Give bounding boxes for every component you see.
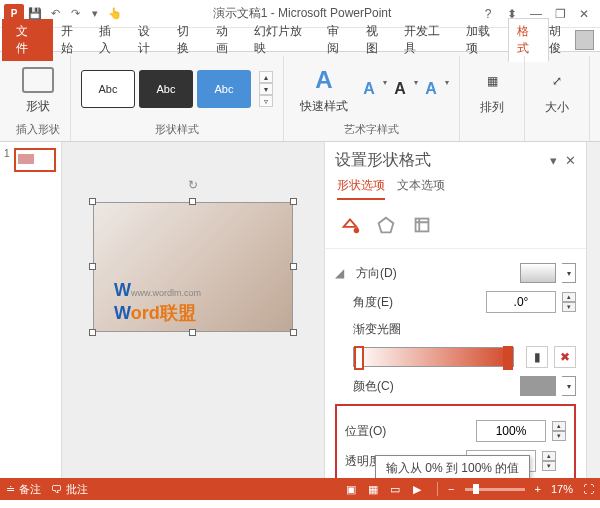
text-outline-icon[interactable]: A: [389, 78, 411, 100]
position-input[interactable]: [476, 420, 546, 442]
size-properties-icon[interactable]: [409, 212, 435, 238]
format-shape-pane: 设置形状格式 ▾ ✕ 形状选项 文本选项 ◢ 方向(D) ▾: [324, 142, 586, 478]
tab-shape-options[interactable]: 形状选项: [337, 177, 385, 200]
close-icon[interactable]: ✕: [576, 6, 592, 22]
zoom-slider[interactable]: [465, 488, 525, 491]
resize-handle[interactable]: [290, 263, 297, 270]
vertical-scrollbar[interactable]: [586, 142, 600, 478]
sorter-view-icon[interactable]: ▦: [363, 481, 383, 497]
image-placeholder[interactable]: Wwww.wordlm.com Word联盟: [93, 202, 293, 332]
collapse-icon[interactable]: ◢: [335, 266, 344, 280]
chevron-down-icon[interactable]: ▾: [383, 78, 387, 100]
remove-stop-icon[interactable]: ✖: [554, 346, 576, 368]
direction-label: 方向(D): [356, 265, 428, 282]
angle-label: 角度(E): [353, 294, 425, 311]
chevron-down-icon[interactable]: ▾: [414, 78, 418, 100]
tab-slideshow[interactable]: 幻灯片放映: [246, 19, 319, 61]
tooltip: 输入从 0% 到 100% 的值: [375, 455, 530, 478]
pane-close-icon[interactable]: ✕: [565, 153, 576, 168]
resize-handle[interactable]: [189, 198, 196, 205]
zoom-out-icon[interactable]: −: [448, 483, 454, 495]
slide-thumbnail[interactable]: 1: [4, 148, 57, 172]
spin-down-icon[interactable]: ▾: [562, 302, 576, 312]
gradient-stop[interactable]: [503, 346, 513, 370]
text-effects-icon[interactable]: A: [420, 78, 442, 100]
add-stop-icon[interactable]: ▮: [526, 346, 548, 368]
fill-line-icon[interactable]: [337, 212, 363, 238]
text-fill-icon[interactable]: A: [358, 78, 380, 100]
resize-handle[interactable]: [290, 329, 297, 336]
resize-handle[interactable]: [89, 263, 96, 270]
spin-up-icon[interactable]: ▴: [542, 451, 556, 461]
color-swatch[interactable]: [520, 376, 556, 396]
style-gallery-arrows: ▴ ▾ ▿: [259, 71, 273, 107]
tab-text-options[interactable]: 文本选项: [397, 177, 445, 200]
tab-design[interactable]: 设计: [130, 19, 169, 61]
spin-up-icon[interactable]: ▴: [562, 292, 576, 302]
slideshow-view-icon[interactable]: ▶: [407, 481, 427, 497]
fit-window-icon[interactable]: ⛶: [583, 483, 594, 495]
gallery-more-icon[interactable]: ▿: [259, 95, 273, 107]
resize-handle[interactable]: [89, 329, 96, 336]
main-area: 1 Wwww.wordlm.com Word联盟 设置形状格式: [0, 142, 600, 478]
svg-rect-2: [416, 219, 429, 232]
gallery-up-icon[interactable]: ▴: [259, 71, 273, 83]
gradient-stop[interactable]: [354, 346, 364, 370]
gallery-down-icon[interactable]: ▾: [259, 83, 273, 95]
tab-home[interactable]: 开始: [53, 19, 92, 61]
angle-input[interactable]: [486, 291, 556, 313]
tab-transition[interactable]: 切换: [169, 19, 208, 61]
comments-button[interactable]: 🗨 批注: [51, 482, 88, 497]
spin-up-icon[interactable]: ▴: [552, 421, 566, 431]
quick-styles-label: 快速样式: [300, 98, 348, 115]
arrange-button[interactable]: ▦ 排列: [470, 61, 514, 120]
resize-handle[interactable]: [290, 198, 297, 205]
svg-marker-1: [379, 218, 394, 233]
zoom-level[interactable]: 17%: [551, 483, 573, 495]
avatar[interactable]: [575, 30, 594, 50]
shapes-icon: [22, 67, 54, 93]
direction-swatch[interactable]: [520, 263, 556, 283]
resize-handle[interactable]: [89, 198, 96, 205]
chevron-down-icon[interactable]: ▾: [562, 376, 576, 396]
zoom-in-icon[interactable]: +: [535, 483, 541, 495]
slide-preview: [14, 148, 56, 172]
chevron-down-icon[interactable]: ▾: [562, 263, 576, 283]
restore-icon[interactable]: ❐: [552, 6, 568, 22]
quick-styles-button[interactable]: A 快速样式: [294, 60, 354, 119]
shapes-button[interactable]: 形状: [16, 60, 60, 119]
size-icon: ⤢: [541, 65, 573, 97]
effects-icon[interactable]: [373, 212, 399, 238]
user-area[interactable]: 胡俊: [549, 23, 598, 57]
zoom-thumb[interactable]: [473, 484, 479, 494]
gradient-stops-label: 渐变光圈: [353, 321, 425, 338]
normal-view-icon[interactable]: ▣: [341, 481, 361, 497]
style-sample-1[interactable]: Abc: [81, 70, 135, 108]
resize-handle[interactable]: [189, 329, 196, 336]
slide-number: 1: [4, 148, 10, 172]
ribbon-tabs: 文件 开始 插入 设计 切换 动画 幻灯片放映 审阅 视图 开发工具 加载项 格…: [0, 28, 600, 52]
tab-addins[interactable]: 加载项: [458, 19, 508, 61]
style-sample-2[interactable]: Abc: [139, 70, 193, 108]
chevron-down-icon[interactable]: ▾: [445, 78, 449, 100]
style-sample-3[interactable]: Abc: [197, 70, 251, 108]
tab-developer[interactable]: 开发工具: [396, 19, 457, 61]
tab-review[interactable]: 审阅: [319, 19, 358, 61]
spin-down-icon[interactable]: ▾: [552, 431, 566, 441]
size-label: 大小: [545, 99, 569, 116]
gradient-bar[interactable]: [353, 347, 514, 367]
arrange-icon: ▦: [476, 65, 508, 97]
ribbon: 形状 插入形状 Abc Abc Abc ▴ ▾ ▿ 形状样式 A 快速样式 A▾…: [0, 52, 600, 142]
tab-animation[interactable]: 动画: [208, 19, 247, 61]
selected-shape[interactable]: Wwww.wordlm.com Word联盟: [93, 202, 293, 332]
slide-canvas[interactable]: Wwww.wordlm.com Word联盟: [62, 142, 324, 478]
pane-dropdown-icon[interactable]: ▾: [550, 153, 557, 168]
tab-view[interactable]: 视图: [358, 19, 397, 61]
notes-button[interactable]: ≐ 备注: [6, 482, 41, 497]
size-button[interactable]: ⤢ 大小: [535, 61, 579, 120]
reading-view-icon[interactable]: ▭: [385, 481, 405, 497]
tab-file[interactable]: 文件: [2, 19, 53, 61]
tab-insert[interactable]: 插入: [91, 19, 130, 61]
rotation-handle[interactable]: [188, 178, 198, 192]
spin-down-icon[interactable]: ▾: [542, 461, 556, 471]
